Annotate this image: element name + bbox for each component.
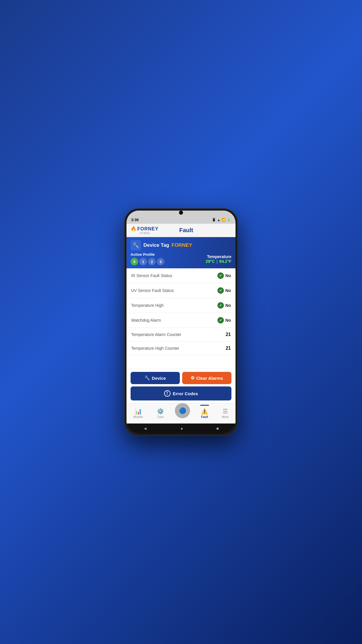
profile-1[interactable]: 1 bbox=[139, 258, 147, 265]
uv-sensor-value: ✓ No bbox=[217, 287, 231, 294]
device-tag-row: 🔧 Device Tag FORNEY bbox=[131, 240, 231, 251]
active-profile-label: Active Profile bbox=[131, 252, 164, 257]
fault-label: Fault bbox=[201, 415, 208, 419]
temperature-values: 29°C | 84.2°F bbox=[206, 259, 231, 264]
nav-item-fault[interactable]: ⚠️ Fault bbox=[198, 407, 211, 420]
watchdog-value: ✓ No bbox=[217, 317, 231, 323]
fault-row-temp-alarm-counter: Temperature Alarm Counter 21 bbox=[126, 328, 236, 342]
device-button-label: Device bbox=[152, 376, 166, 381]
flame-icon: 🔥 bbox=[131, 226, 136, 232]
temperature-high-value: ✓ No bbox=[217, 302, 231, 309]
clear-alarms-label: Clear Alarms bbox=[196, 376, 223, 381]
fault-content: IR Sensor Fault Status ✓ No UV Sensor Fa… bbox=[126, 268, 236, 369]
nav-item-monitor[interactable]: 📊 Monitor bbox=[131, 407, 146, 420]
error-codes-icon: ! bbox=[164, 390, 171, 397]
fault-icon: ⚠️ bbox=[201, 408, 208, 415]
profile-2[interactable]: 2 bbox=[148, 258, 156, 265]
monitor-label: Monitor bbox=[133, 415, 143, 419]
temperature-high-status: No bbox=[225, 303, 231, 308]
device-info-row: Active Profile 0 1 2 3 Temperature 29°C … bbox=[131, 252, 231, 265]
recent-button[interactable]: ■ bbox=[216, 426, 219, 431]
wifi-icon: ▲ bbox=[217, 218, 220, 222]
clear-alarms-icon: ⚙ bbox=[191, 375, 194, 381]
bottom-nav: 📊 Monitor ⚙️ Tune 🔵 ⚠️ Fault ☰ More bbox=[126, 403, 236, 424]
uv-sensor-status: No bbox=[225, 288, 231, 293]
fault-row-uv-sensor: UV Sensor Fault Status ✓ No bbox=[126, 283, 236, 298]
uv-sensor-check-icon: ✓ bbox=[217, 287, 224, 294]
temp-separator: | bbox=[217, 259, 219, 264]
temperature-high-label: Temperature High bbox=[131, 303, 164, 308]
device-button[interactable]: 🔧 Device bbox=[131, 372, 180, 384]
vibrate-icon: 📳 bbox=[212, 218, 216, 222]
device-button-icon: 🔧 bbox=[145, 375, 150, 381]
clear-alarms-button[interactable]: ⚙ Clear Alarms bbox=[182, 372, 231, 384]
temperature-high-check-icon: ✓ bbox=[217, 302, 224, 309]
profile-numbers: 0 1 2 3 bbox=[131, 258, 164, 265]
device-tag-value: FORNEY bbox=[172, 242, 192, 248]
device-banner: 🔧 Device Tag FORNEY Active Profile 0 1 2… bbox=[126, 237, 236, 268]
fault-row-temperature-high: Temperature High ✓ No bbox=[126, 298, 236, 313]
bluetooth-icon: 🔵 bbox=[179, 407, 186, 414]
error-codes-button[interactable]: ! Error Codes bbox=[131, 386, 231, 400]
nav-item-tune[interactable]: ⚙️ Tune bbox=[154, 407, 167, 420]
temp-alarm-counter-label: Temperature Alarm Counter bbox=[131, 332, 181, 337]
uv-sensor-label: UV Sensor Fault Status bbox=[131, 288, 174, 293]
tune-icon: ⚙️ bbox=[157, 408, 164, 415]
temp-fahrenheit: 84.2°F bbox=[219, 259, 231, 264]
fault-row-temp-high-counter: Temperature High Counter 21 bbox=[126, 342, 236, 355]
battery-icon: 🔋 bbox=[227, 218, 231, 222]
temp-high-counter-value: 21 bbox=[226, 346, 231, 351]
ir-sensor-value: ✓ No bbox=[217, 272, 231, 279]
signal-icon: 📶 bbox=[222, 218, 226, 222]
monitor-icon: 📊 bbox=[135, 408, 142, 415]
camera-notch bbox=[179, 211, 183, 215]
page-title: Fault bbox=[179, 227, 193, 234]
error-codes-label: Error Codes bbox=[173, 391, 198, 396]
more-label: More bbox=[222, 415, 229, 419]
device-tag-label: Device Tag bbox=[143, 242, 169, 248]
watchdog-check-icon: ✓ bbox=[217, 317, 224, 323]
app-header: 🔥 FORNEY V2.0[10] Fault bbox=[126, 224, 236, 237]
brand-name: FORNEY bbox=[137, 226, 159, 232]
watchdog-status: No bbox=[225, 318, 231, 323]
home-button[interactable]: ● bbox=[180, 426, 183, 431]
more-icon: ☰ bbox=[223, 408, 228, 415]
temp-alarm-counter-value: 21 bbox=[226, 332, 231, 337]
forney-brand: 🔥 FORNEY bbox=[131, 226, 159, 232]
android-nav: ◄ ● ■ bbox=[126, 424, 236, 433]
ir-sensor-label: IR Sensor Fault Status bbox=[131, 273, 172, 278]
temperature-section: Temperature 29°C | 84.2°F bbox=[206, 254, 231, 264]
app-version: V2.0[10] bbox=[131, 232, 159, 235]
device-icon: 🔧 bbox=[131, 240, 141, 251]
temperature-label: Temperature bbox=[206, 254, 231, 259]
bluetooth-fab[interactable]: 🔵 bbox=[175, 403, 190, 418]
ir-sensor-check-icon: ✓ bbox=[217, 272, 224, 279]
status-icons: 📳 ▲ 📶 🔋 bbox=[212, 218, 231, 222]
back-button[interactable]: ◄ bbox=[143, 426, 147, 431]
btn-row-top: 🔧 Device ⚙ Clear Alarms bbox=[131, 372, 231, 384]
status-time: 3:36 bbox=[131, 218, 139, 222]
profile-3[interactable]: 3 bbox=[157, 258, 164, 265]
ir-sensor-status: No bbox=[225, 273, 231, 278]
temp-high-counter-label: Temperature High Counter bbox=[131, 346, 179, 351]
tune-label: Tune bbox=[157, 415, 164, 419]
fault-row-watchdog: Watchdog Alarm ✓ No bbox=[126, 313, 236, 328]
fault-row-ir-sensor: IR Sensor Fault Status ✓ No bbox=[126, 268, 236, 283]
phone-frame: 3:36 📳 ▲ 📶 🔋 🔥 FORNEY V2.0[10] Fault bbox=[124, 208, 238, 436]
status-bar: 3:36 📳 ▲ 📶 🔋 bbox=[126, 216, 236, 224]
nav-item-more[interactable]: ☰ More bbox=[219, 407, 232, 420]
profile-0[interactable]: 0 bbox=[131, 258, 138, 265]
notch-area bbox=[126, 211, 236, 216]
buttons-section: 🔧 Device ⚙ Clear Alarms ! Error Codes bbox=[126, 369, 236, 403]
phone-screen: 3:36 📳 ▲ 📶 🔋 🔥 FORNEY V2.0[10] Fault bbox=[126, 211, 236, 433]
forney-logo: 🔥 FORNEY V2.0[10] bbox=[131, 226, 159, 235]
profile-section: Active Profile 0 1 2 3 bbox=[131, 252, 164, 265]
temp-celsius: 29°C bbox=[206, 259, 215, 264]
watchdog-label: Watchdog Alarm bbox=[131, 318, 161, 323]
